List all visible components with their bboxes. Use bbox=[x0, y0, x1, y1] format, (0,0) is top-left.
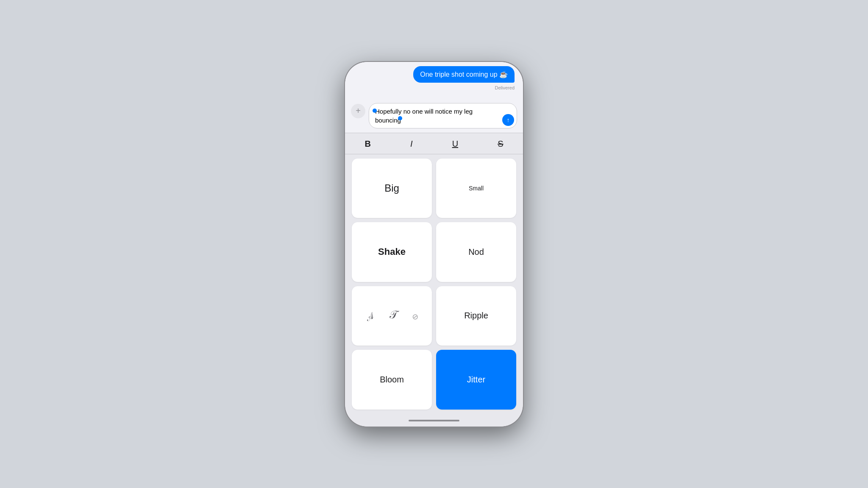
input-area: + Hopefully no one will notice my leg bo… bbox=[345, 100, 523, 133]
shake-label: Shake bbox=[378, 246, 406, 257]
jitter-effect-button[interactable]: Jitter bbox=[436, 350, 516, 410]
underline-button[interactable]: U bbox=[447, 138, 463, 150]
messages-area: One triple shot coming up ☕ Delivered bbox=[345, 62, 523, 100]
phone-screen: One triple shot coming up ☕ Delivered + … bbox=[345, 62, 523, 427]
ripple-label: Ripple bbox=[464, 311, 488, 321]
nod-label: Nod bbox=[468, 247, 484, 257]
small-effect-button[interactable]: Small bbox=[436, 159, 516, 218]
bold-button[interactable]: B bbox=[360, 138, 376, 150]
selection-handle-top bbox=[373, 109, 377, 113]
formatting-toolbar: B I U S bbox=[345, 133, 523, 154]
delivered-label: Delivered bbox=[353, 85, 515, 90]
ripple-effect-button[interactable]: Ripple bbox=[436, 286, 516, 346]
input-line1: Hopefully no one will notice my leg bbox=[375, 108, 473, 115]
shake-effect-button[interactable]: Shake bbox=[352, 222, 432, 282]
jitter-label: Jitter bbox=[467, 375, 485, 385]
input-line2: bouncing bbox=[375, 117, 401, 124]
animated-effect-button[interactable]: 𝒜 𝒯 ⊘ bbox=[352, 286, 432, 346]
big-effect-button[interactable]: Big bbox=[352, 159, 432, 218]
big-label: Big bbox=[384, 182, 399, 194]
strikethrough-label: S bbox=[498, 139, 503, 148]
home-indicator bbox=[345, 416, 523, 427]
bubble-text: One triple shot coming up ☕ bbox=[420, 71, 508, 78]
underline-label: U bbox=[452, 139, 458, 148]
send-button[interactable]: ↑ bbox=[502, 114, 514, 126]
anim-char-1: 𝒜 bbox=[364, 311, 375, 323]
text-input-content: Hopefully no one will notice my leg boun… bbox=[375, 107, 500, 125]
small-label: Small bbox=[469, 185, 484, 192]
anim-char-2: 𝒯 bbox=[389, 308, 396, 321]
italic-label: I bbox=[410, 139, 413, 148]
bloom-effect-button[interactable]: Bloom bbox=[352, 350, 432, 410]
italic-button[interactable]: I bbox=[405, 138, 418, 150]
nod-effect-button[interactable]: Nod bbox=[436, 222, 516, 282]
selection-handle-bottom bbox=[398, 116, 402, 120]
effects-grid: Big Small Shake Nod 𝒜 𝒯 ⊘ Ripple bbox=[345, 154, 523, 416]
bold-label: B bbox=[365, 139, 371, 148]
bloom-label: Bloom bbox=[380, 375, 404, 385]
text-input-container[interactable]: Hopefully no one will notice my leg boun… bbox=[369, 103, 517, 128]
send-icon: ↑ bbox=[507, 117, 510, 123]
plus-button[interactable]: + bbox=[351, 104, 365, 118]
home-bar bbox=[409, 420, 459, 421]
strikethrough-button[interactable]: S bbox=[492, 138, 508, 150]
phone-frame: One triple shot coming up ☕ Delivered + … bbox=[345, 62, 523, 427]
message-bubble-blue: One triple shot coming up ☕ bbox=[413, 66, 515, 83]
plus-icon: + bbox=[356, 106, 361, 116]
anim-char-3: ⊘ bbox=[411, 311, 419, 322]
